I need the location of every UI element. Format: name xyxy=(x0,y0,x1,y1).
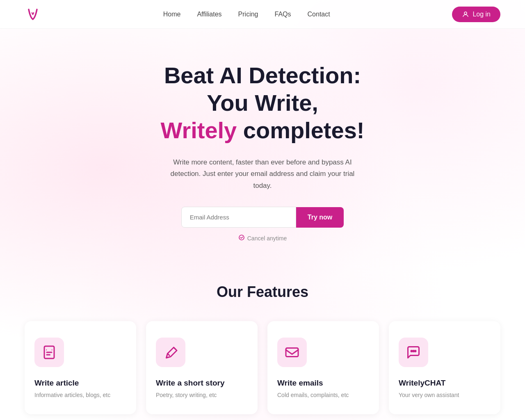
email-icon xyxy=(285,345,299,360)
feature-card-short-story: Write a short story Poetry, story writin… xyxy=(146,321,258,414)
email-input[interactable] xyxy=(181,207,296,228)
pen-icon xyxy=(163,345,178,360)
feature-chat-desc: Your very own assistant xyxy=(399,391,459,399)
logo-icon xyxy=(25,6,41,23)
feature-article-name: Write article xyxy=(34,379,79,388)
features-grid: Write article Informative articles, blog… xyxy=(25,321,500,414)
feature-card-chat: WritelyCHAT Your very own assistant xyxy=(389,321,500,414)
nav-affiliates[interactable]: Affiliates xyxy=(197,11,221,18)
navbar: Home Affiliates Pricing FAQs Contact Log… xyxy=(0,0,525,29)
svg-rect-7 xyxy=(286,348,298,357)
svg-point-0 xyxy=(464,12,467,14)
nav-faqs[interactable]: FAQs xyxy=(275,11,291,18)
feature-story-name: Write a short story xyxy=(156,379,225,388)
hero-subtext: Write more content, faster than ever bef… xyxy=(168,157,357,192)
feature-email-name: Write emails xyxy=(277,379,323,388)
pen-icon-wrap xyxy=(156,338,185,367)
email-icon-wrap xyxy=(277,338,307,367)
feature-card-write-article: Write article Informative articles, blog… xyxy=(25,321,136,414)
feature-chat-name: WritelyCHAT xyxy=(399,379,445,388)
nav-links: Home Affiliates Pricing FAQs Contact xyxy=(163,11,330,18)
feature-article-desc: Informative articles, blogs, etc xyxy=(34,391,110,399)
svg-rect-6 xyxy=(47,349,52,351)
svg-point-1 xyxy=(239,235,244,240)
svg-point-9 xyxy=(413,351,414,352)
nav-home[interactable]: Home xyxy=(163,11,181,18)
article-icon-wrap xyxy=(34,338,64,367)
user-icon xyxy=(462,11,469,18)
feature-card-emails: Write emails Cold emails, complaints, et… xyxy=(267,321,379,414)
logo[interactable] xyxy=(25,6,41,23)
hero-headline: Beat AI Detection: You Write, Writely co… xyxy=(8,62,517,144)
try-now-button[interactable]: Try now xyxy=(296,207,344,228)
features-title: Our Features xyxy=(25,283,500,301)
chat-icon xyxy=(406,345,421,360)
svg-point-10 xyxy=(415,351,416,352)
svg-point-8 xyxy=(411,351,412,352)
signup-form: Try now xyxy=(8,207,517,228)
feature-story-desc: Poetry, story writing, etc xyxy=(156,391,217,399)
chat-icon-wrap xyxy=(399,338,428,367)
features-section: Our Features Write article Informative a… xyxy=(0,259,525,420)
hero-section: Beat AI Detection: You Write, Writely co… xyxy=(0,29,525,259)
check-circle-icon xyxy=(238,234,245,242)
feature-email-desc: Cold emails, complaints, etc xyxy=(277,391,349,399)
cancel-note: Cancel anytime xyxy=(8,234,517,242)
nav-contact[interactable]: Contact xyxy=(308,11,330,18)
nav-pricing[interactable]: Pricing xyxy=(238,11,258,18)
article-icon xyxy=(42,345,57,360)
login-button[interactable]: Log in xyxy=(452,7,500,22)
